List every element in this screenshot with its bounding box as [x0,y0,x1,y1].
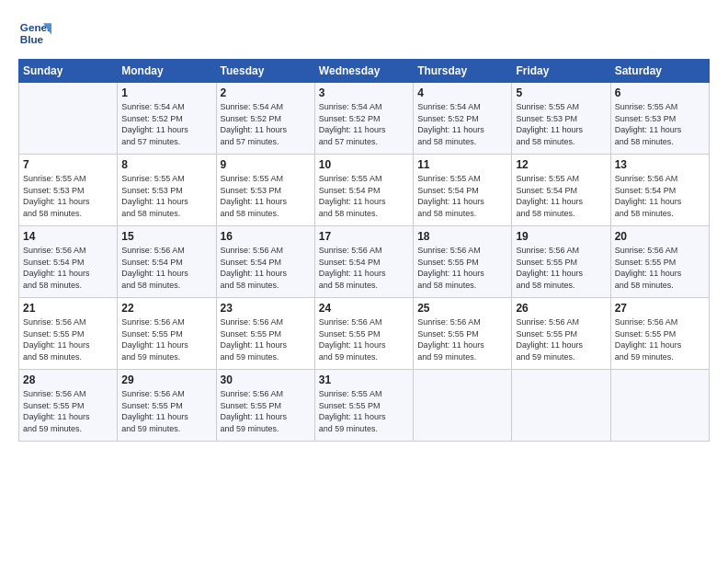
cell-text: Sunrise: 5:56 AMSunset: 5:55 PMDaylight:… [23,316,113,362]
day-number: 29 [121,373,211,386]
cell-text: Sunrise: 5:55 AMSunset: 5:54 PMDaylight:… [319,173,409,219]
week-row-3: 14Sunrise: 5:56 AMSunset: 5:54 PMDayligh… [19,226,710,298]
calendar-cell: 16Sunrise: 5:56 AMSunset: 5:54 PMDayligh… [216,226,314,298]
cell-text: Sunrise: 5:56 AMSunset: 5:55 PMDaylight:… [319,316,409,362]
week-row-4: 21Sunrise: 5:56 AMSunset: 5:55 PMDayligh… [19,298,710,370]
cell-text: Sunrise: 5:55 AMSunset: 5:53 PMDaylight:… [23,173,113,219]
week-row-5: 28Sunrise: 5:56 AMSunset: 5:55 PMDayligh… [19,370,710,442]
cell-text: Sunrise: 5:56 AMSunset: 5:55 PMDaylight:… [615,245,705,291]
cell-text: Sunrise: 5:56 AMSunset: 5:55 PMDaylight:… [417,316,507,362]
day-number: 19 [516,230,606,243]
cell-text: Sunrise: 5:56 AMSunset: 5:54 PMDaylight:… [221,245,311,291]
cell-text: Sunrise: 5:56 AMSunset: 5:54 PMDaylight:… [319,245,409,291]
calendar-cell: 29Sunrise: 5:56 AMSunset: 5:55 PMDayligh… [118,370,216,442]
day-number: 24 [319,302,409,315]
calendar-cell: 18Sunrise: 5:56 AMSunset: 5:55 PMDayligh… [414,226,512,298]
logo-icon: General Blue [18,17,51,50]
calendar-cell: 5Sunrise: 5:55 AMSunset: 5:53 PMDaylight… [512,83,610,155]
cell-text: Sunrise: 5:56 AMSunset: 5:54 PMDaylight:… [121,245,211,291]
cell-text: Sunrise: 5:56 AMSunset: 5:55 PMDaylight:… [23,388,113,434]
calendar-cell [19,83,118,155]
calendar-cell: 19Sunrise: 5:56 AMSunset: 5:55 PMDayligh… [512,226,610,298]
day-number: 10 [319,158,409,171]
cell-text: Sunrise: 5:56 AMSunset: 5:55 PMDaylight:… [121,316,211,362]
day-number: 28 [23,373,113,386]
day-number: 25 [417,302,507,315]
day-number: 8 [121,158,211,171]
calendar-cell: 10Sunrise: 5:55 AMSunset: 5:54 PMDayligh… [314,155,413,226]
logo: General Blue [18,17,53,50]
day-number: 3 [319,86,409,99]
calendar-cell: 25Sunrise: 5:56 AMSunset: 5:55 PMDayligh… [414,298,512,370]
calendar-cell: 9Sunrise: 5:55 AMSunset: 5:53 PMDaylight… [216,155,314,226]
calendar-cell: 11Sunrise: 5:55 AMSunset: 5:54 PMDayligh… [414,155,512,226]
cell-text: Sunrise: 5:54 AMSunset: 5:52 PMDaylight:… [221,101,311,147]
day-number: 18 [417,230,507,243]
page: General Blue SundayMondayTuesdayWednesda… [0,0,728,563]
calendar-cell [512,370,610,442]
day-number: 9 [221,158,311,171]
cell-text: Sunrise: 5:56 AMSunset: 5:55 PMDaylight:… [516,245,606,291]
calendar-cell: 21Sunrise: 5:56 AMSunset: 5:55 PMDayligh… [19,298,118,370]
cell-text: Sunrise: 5:56 AMSunset: 5:55 PMDaylight:… [221,388,311,434]
calendar-cell: 30Sunrise: 5:56 AMSunset: 5:55 PMDayligh… [216,370,314,442]
cell-text: Sunrise: 5:56 AMSunset: 5:54 PMDaylight:… [23,245,113,291]
col-header-tuesday: Tuesday [216,60,314,83]
calendar-cell [610,370,709,442]
cell-text: Sunrise: 5:55 AMSunset: 5:53 PMDaylight:… [615,101,705,147]
cell-text: Sunrise: 5:54 AMSunset: 5:52 PMDaylight:… [319,101,409,147]
cell-text: Sunrise: 5:55 AMSunset: 5:55 PMDaylight:… [319,388,409,434]
calendar-cell: 13Sunrise: 5:56 AMSunset: 5:54 PMDayligh… [610,155,709,226]
calendar-cell: 2Sunrise: 5:54 AMSunset: 5:52 PMDaylight… [216,83,314,155]
calendar-table: SundayMondayTuesdayWednesdayThursdayFrid… [18,59,710,442]
day-number: 5 [516,86,606,99]
calendar-cell: 22Sunrise: 5:56 AMSunset: 5:55 PMDayligh… [118,298,216,370]
day-number: 11 [417,158,507,171]
day-number: 21 [23,302,113,315]
calendar-cell: 6Sunrise: 5:55 AMSunset: 5:53 PMDaylight… [610,83,709,155]
day-number: 20 [615,230,705,243]
calendar-cell: 4Sunrise: 5:54 AMSunset: 5:52 PMDaylight… [414,83,512,155]
cell-text: Sunrise: 5:55 AMSunset: 5:53 PMDaylight:… [516,101,606,147]
day-number: 1 [121,86,211,99]
calendar-cell: 15Sunrise: 5:56 AMSunset: 5:54 PMDayligh… [118,226,216,298]
cell-text: Sunrise: 5:55 AMSunset: 5:53 PMDaylight:… [221,173,311,219]
calendar-cell: 14Sunrise: 5:56 AMSunset: 5:54 PMDayligh… [19,226,118,298]
day-number: 4 [417,86,507,99]
cell-text: Sunrise: 5:54 AMSunset: 5:52 PMDaylight:… [417,101,507,147]
col-header-sunday: Sunday [19,60,118,83]
calendar-cell: 1Sunrise: 5:54 AMSunset: 5:52 PMDaylight… [118,83,216,155]
calendar-cell: 20Sunrise: 5:56 AMSunset: 5:55 PMDayligh… [610,226,709,298]
day-number: 12 [516,158,606,171]
day-number: 2 [221,86,311,99]
header: General Blue [18,17,710,50]
cell-text: Sunrise: 5:54 AMSunset: 5:52 PMDaylight:… [121,101,211,147]
cell-text: Sunrise: 5:56 AMSunset: 5:55 PMDaylight:… [516,316,606,362]
calendar-cell [414,370,512,442]
col-header-wednesday: Wednesday [314,60,413,83]
day-number: 15 [121,230,211,243]
calendar-cell: 3Sunrise: 5:54 AMSunset: 5:52 PMDaylight… [314,83,413,155]
week-row-2: 7Sunrise: 5:55 AMSunset: 5:53 PMDaylight… [19,155,710,226]
day-number: 13 [615,158,705,171]
calendar-cell: 26Sunrise: 5:56 AMSunset: 5:55 PMDayligh… [512,298,610,370]
calendar-cell: 7Sunrise: 5:55 AMSunset: 5:53 PMDaylight… [19,155,118,226]
day-number: 23 [221,302,311,315]
calendar-cell: 27Sunrise: 5:56 AMSunset: 5:55 PMDayligh… [610,298,709,370]
calendar-cell: 8Sunrise: 5:55 AMSunset: 5:53 PMDaylight… [118,155,216,226]
calendar-cell: 12Sunrise: 5:55 AMSunset: 5:54 PMDayligh… [512,155,610,226]
cell-text: Sunrise: 5:56 AMSunset: 5:55 PMDaylight:… [221,316,311,362]
day-number: 16 [221,230,311,243]
calendar-cell: 23Sunrise: 5:56 AMSunset: 5:55 PMDayligh… [216,298,314,370]
calendar-cell: 24Sunrise: 5:56 AMSunset: 5:55 PMDayligh… [314,298,413,370]
col-header-thursday: Thursday [414,60,512,83]
col-header-saturday: Saturday [610,60,709,83]
cell-text: Sunrise: 5:55 AMSunset: 5:54 PMDaylight:… [516,173,606,219]
day-number: 14 [23,230,113,243]
day-number: 7 [23,158,113,171]
col-header-monday: Monday [118,60,216,83]
cell-text: Sunrise: 5:56 AMSunset: 5:54 PMDaylight:… [615,173,705,219]
day-number: 26 [516,302,606,315]
week-row-1: 1Sunrise: 5:54 AMSunset: 5:52 PMDaylight… [19,83,710,155]
day-number: 22 [121,302,211,315]
